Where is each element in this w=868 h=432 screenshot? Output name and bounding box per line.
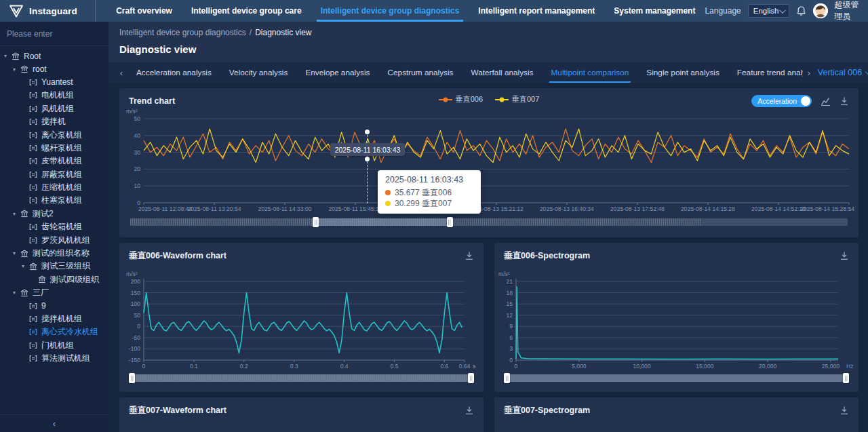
tree-item-风机机组[interactable]: 风机机组 (0, 102, 108, 115)
tree-item-离心泵机组[interactable]: 离心泵机组 (0, 128, 108, 141)
tree-item-测试四级组织[interactable]: 测试四级组织 (0, 273, 108, 286)
tree-item-yuantest[interactable]: Yuantest (0, 76, 108, 89)
svg-text:30: 30 (134, 149, 140, 156)
download-icon[interactable] (465, 406, 474, 415)
tree-item-电机机组[interactable]: 电机机组 (0, 89, 108, 102)
nav-item-intelligent-device-group-diagnostics[interactable]: Intelligent device group diagnostics (311, 0, 469, 22)
tree-item-门机机组[interactable]: 门机机组 (0, 339, 108, 352)
tree-item-搅拌机机组[interactable]: 搅拌机机组 (0, 313, 108, 326)
tree-item-搅拌机[interactable]: 搅拌机 (0, 115, 108, 128)
datazoom-handle-left[interactable] (129, 373, 135, 383)
svg-text:6: 6 (509, 334, 513, 341)
breadcrumb-parent[interactable]: Intelligent device group diagnostics (119, 28, 246, 37)
caret-down-icon[interactable]: ▾ (13, 250, 20, 256)
download-icon[interactable] (840, 406, 849, 415)
datazoom-handle-left[interactable] (504, 373, 510, 383)
svg-text:-50: -50 (132, 334, 141, 341)
caret-down-icon[interactable]: ▾ (13, 66, 20, 73)
acceleration-toggle[interactable]: Acceleration (751, 95, 812, 107)
search-input[interactable] (7, 29, 112, 39)
nav-item-intelligent-device-group-care[interactable]: Intelligent device group care (182, 0, 311, 22)
acceleration-toggle-label: Acceleration (757, 97, 797, 105)
waveform006-datazoom[interactable] (130, 374, 473, 382)
download-icon[interactable] (840, 96, 849, 106)
tree-item-柱塞泵机组[interactable]: 柱塞泵机组 (0, 194, 108, 207)
nav-item-intelligent-report-management[interactable]: Intelligent report management (469, 0, 604, 22)
svg-text:5,000: 5,000 (572, 363, 587, 370)
tree-item-label: 屏蔽泵机组 (41, 169, 82, 180)
tree-item-屏蔽泵机组[interactable]: 屏蔽泵机组 (0, 168, 108, 181)
tabs-next-button[interactable]: › (803, 68, 815, 78)
tab-multipoint-comparison[interactable]: Multipoint comparison (542, 62, 638, 83)
svg-text:0: 0 (137, 323, 140, 330)
tree-item-测试的组织名称[interactable]: ▾测试的组织名称 (0, 247, 108, 260)
sidebar: ▾Root▾rootYuantest电机机组风机机组搅拌机离心泵机组螺杆泵机组皮… (0, 22, 108, 432)
trend-datazoom[interactable] (130, 218, 848, 226)
trend-chart-plot[interactable]: 2025-08-11 16:03:43 2025-08-11 16:03:43 … (123, 108, 854, 215)
legend-marker-icon (439, 97, 452, 102)
caret-down-icon[interactable]: ▾ (4, 53, 12, 59)
svg-text:10,000: 10,000 (633, 363, 651, 370)
caret-down-icon[interactable]: ▾ (13, 290, 20, 296)
tree-item-label: 皮带机机组 (41, 155, 82, 167)
caret-down-icon[interactable]: ▾ (22, 263, 29, 269)
tree-item-label: Yuantest (41, 77, 73, 87)
device-icon (29, 104, 38, 113)
legend-item-垂直007[interactable]: 垂直007 (495, 94, 539, 104)
measure-point-select[interactable]: Vertical 006 (818, 68, 868, 77)
tab-feature-trend-analys[interactable]: Feature trend analys (728, 62, 803, 83)
tree-item-三厂[interactable]: ▾三厂 (0, 286, 108, 299)
svg-text:18: 18 (506, 290, 513, 296)
tab-single-point-analysis[interactable]: Single point analysis (637, 62, 728, 83)
tree-item-离心式冷水机组[interactable]: 离心式冷水机组 (0, 326, 108, 338)
tree-item-root[interactable]: ▾root (0, 62, 108, 75)
tree-item-测试三级组织[interactable]: ▾测试三级组织 (0, 260, 108, 273)
svg-text:0: 0 (515, 363, 518, 370)
tree-item-label: 三厂 (33, 287, 49, 298)
tree-item-齿轮箱机组[interactable]: 齿轮箱机组 (0, 220, 108, 233)
svg-text:2025-08-14 14:52:10: 2025-08-14 14:52:10 (751, 205, 806, 212)
waveform006-plot[interactable]: -150-100-50050100150200m/s²00.10.20.30.4… (123, 262, 479, 371)
svg-text:100: 100 (131, 300, 141, 307)
tab-cepstrum-analysis[interactable]: Cepstrum analysis (378, 62, 462, 83)
datazoom-handle-left[interactable] (313, 217, 319, 227)
spectrogram006-datazoom[interactable] (505, 374, 848, 382)
building-icon (38, 275, 47, 283)
tabs-prev-button[interactable]: ‹ (115, 68, 127, 78)
chevron-left-icon: ‹ (53, 418, 56, 429)
trend-line-icon[interactable] (821, 97, 831, 106)
tab-velocity-analysis[interactable]: Velocity analysis (220, 62, 297, 83)
trend-chart-title: Trend chart (129, 96, 175, 106)
tree-item-算法测试机组[interactable]: 算法测试机组 (0, 352, 108, 365)
download-icon[interactable] (465, 251, 474, 260)
tree-item-9[interactable]: 9 (0, 299, 108, 312)
tree-item-皮带机机组[interactable]: 皮带机机组 (0, 155, 108, 168)
bell-icon[interactable] (796, 5, 806, 16)
datazoom-handle-right[interactable] (468, 373, 474, 383)
datazoom-handle-right[interactable] (447, 217, 453, 227)
spectrogram006-plot[interactable]: 036912151821m/s²05,00010,00015,00020,000… (498, 262, 854, 371)
sidebar-collapse[interactable]: ‹ (0, 414, 108, 432)
svg-text:-150: -150 (129, 357, 140, 364)
tab-waterfall-analysis[interactable]: Waterfall analysis (462, 62, 542, 83)
device-icon (29, 170, 38, 178)
datazoom-handle-right[interactable] (843, 373, 849, 383)
tree-item-螺杆泵机组[interactable]: 螺杆泵机组 (0, 142, 108, 155)
caret-down-icon[interactable]: ▾ (13, 211, 20, 217)
legend-item-垂直006[interactable]: 垂直006 (439, 94, 483, 104)
tree-item-root[interactable]: ▾Root (0, 50, 108, 62)
page-header: Intelligent device group diagnostics/Dia… (108, 22, 868, 62)
tab-acceleration-analysis[interactable]: Acceleration analysis (127, 62, 220, 83)
brand-area[interactable]: Instaguard (0, 0, 96, 22)
tree-item-测试2[interactable]: ▾测试2 (0, 208, 108, 220)
logo-icon (9, 5, 24, 18)
avatar[interactable] (813, 3, 828, 18)
download-icon[interactable] (840, 251, 849, 260)
svg-text:2025-08-11 12:08:44: 2025-08-11 12:08:44 (138, 205, 192, 212)
tab-envelope-analysis[interactable]: Envelope analysis (296, 62, 378, 83)
tree-item-压缩机机组[interactable]: 压缩机机组 (0, 181, 108, 194)
language-select[interactable]: English (748, 4, 789, 18)
tree-item-罗茨风机机组[interactable]: 罗茨风机机组 (0, 233, 108, 246)
nav-item-craft-overview[interactable]: Craft overview (106, 0, 182, 22)
nav-item-system-management[interactable]: System management (604, 0, 705, 22)
